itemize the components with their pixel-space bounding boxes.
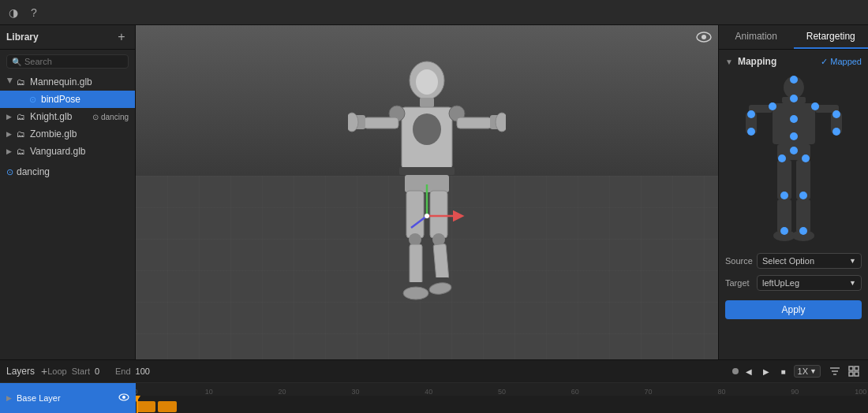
eye-icon xyxy=(118,393,129,401)
robot-figure xyxy=(348,58,506,326)
speed-select[interactable]: 1X ▼ xyxy=(794,365,821,378)
ruler-tick-0: 0 xyxy=(136,388,138,396)
mapped-label: Mapped xyxy=(830,57,862,66)
source-chevron-icon: ▼ xyxy=(849,257,856,265)
library-add-button[interactable]: + xyxy=(114,30,129,44)
svg-rect-4 xyxy=(420,98,434,107)
layers-title: Layers xyxy=(6,366,35,377)
layers-header: Layers + Loop Start 0 End 100 ◀ ▶ ■ 1X ▼ xyxy=(0,360,868,383)
anim-bottom-icon: ⊙ xyxy=(6,167,13,177)
sidebar-item-label: bindPose xyxy=(41,94,129,105)
sidebar-header: Library + xyxy=(0,25,135,50)
ruler-tick-70: 70 xyxy=(645,388,653,396)
svg-point-6 xyxy=(413,113,441,145)
mapping-chevron-icon[interactable]: ▼ xyxy=(725,58,733,66)
file-icon: 🗂 xyxy=(17,147,25,156)
svg-rect-22 xyxy=(433,244,449,279)
panel-tabs: Animation Retargeting xyxy=(719,25,868,50)
mapped-badge: ✓ Mapped xyxy=(821,57,862,67)
svg-point-30 xyxy=(425,214,429,218)
start-label: Start xyxy=(72,366,90,376)
svg-point-52 xyxy=(832,110,840,118)
track-eye-button[interactable] xyxy=(118,393,129,404)
file-icon: 🗂 xyxy=(17,77,25,87)
playhead[interactable] xyxy=(137,396,138,413)
search-input[interactable] xyxy=(24,57,123,66)
tab-animation-label: Animation xyxy=(735,31,777,42)
sidebar-item-bindpose[interactable]: ⊙ bindPose xyxy=(0,91,135,108)
filter-icon xyxy=(829,366,840,376)
animation-block-1[interactable] xyxy=(137,401,155,412)
sidebar-item-vanguard[interactable]: ▶ 🗂 Vanguard.glb xyxy=(0,143,135,160)
expand-arrow: ▶ xyxy=(6,130,14,138)
speed-chevron-icon: ▼ xyxy=(810,367,817,375)
target-field-row: Target leftUpLeg ▼ xyxy=(725,275,862,291)
source-field-row: Source Select Option ▼ xyxy=(725,253,862,269)
svg-point-50 xyxy=(811,102,819,110)
svg-point-54 xyxy=(832,128,840,136)
svg-point-49 xyxy=(769,102,776,110)
svg-rect-21 xyxy=(410,244,422,284)
start-value[interactable]: 0 xyxy=(95,366,110,376)
ruler: 0 10 20 30 40 50 60 70 80 90 100 xyxy=(136,383,868,396)
check-icon: ✓ xyxy=(821,57,828,67)
svg-point-61 xyxy=(790,147,798,154)
anim-tag-label: dancing xyxy=(101,113,129,121)
viewport[interactable] xyxy=(136,25,718,359)
svg-rect-66 xyxy=(855,366,859,370)
timeline-area: ▶ Base Layer 0 10 20 30 40 50 60 70 80 xyxy=(0,383,868,413)
body-diagram xyxy=(725,73,862,247)
svg-point-46 xyxy=(790,95,798,102)
stop-button[interactable]: ■ xyxy=(776,364,791,378)
svg-point-51 xyxy=(747,110,755,118)
ruler-tick-50: 50 xyxy=(498,388,506,396)
svg-rect-67 xyxy=(849,372,853,376)
viewport-eye-button[interactable] xyxy=(696,32,712,43)
bottom-panel: Layers + Loop Start 0 End 100 ◀ ▶ ■ 1X ▼ xyxy=(0,359,868,413)
filter-button[interactable] xyxy=(827,363,843,379)
playback-controls: ◀ ▶ ■ 1X ▼ xyxy=(732,364,821,378)
svg-point-55 xyxy=(778,154,786,162)
apply-button[interactable]: Apply xyxy=(725,300,862,319)
top-bar: ◑ ? xyxy=(0,0,868,25)
settings-icon xyxy=(848,366,859,377)
timeline-ruler-area[interactable]: 0 10 20 30 40 50 60 70 80 90 100 xyxy=(136,383,868,413)
svg-point-3 xyxy=(416,69,438,95)
mapping-title-row: ▼ Mapping xyxy=(725,56,776,67)
target-chevron-icon: ▼ xyxy=(849,279,856,287)
svg-rect-18 xyxy=(430,191,447,238)
target-label: Target xyxy=(725,278,757,288)
mapping-title: Mapping xyxy=(738,56,776,67)
sidebar-item-mannequin[interactable]: ▶ 🗂 Mannequin.glb xyxy=(0,73,135,91)
record-dot xyxy=(732,368,739,374)
help-icon[interactable]: ? xyxy=(27,6,41,20)
search-icon: 🔍 xyxy=(12,58,21,66)
tab-animation[interactable]: Animation xyxy=(719,25,794,49)
source-select[interactable]: Select Option ▼ xyxy=(757,253,862,269)
right-panel: Animation Retargeting ▼ Mapping ✓ Mapped xyxy=(718,25,868,359)
prev-frame-button[interactable]: ◀ xyxy=(742,364,756,378)
ruler-tick-40: 40 xyxy=(425,388,432,396)
file-icon: 🗂 xyxy=(17,112,25,121)
track-expand-arrow[interactable]: ▶ xyxy=(6,394,12,402)
ruler-tick-100: 100 xyxy=(855,388,866,396)
layers-add-button[interactable]: + xyxy=(41,365,47,378)
end-value[interactable]: 100 xyxy=(136,366,152,376)
tab-retargeting[interactable]: Retargeting xyxy=(794,25,869,49)
track-content[interactable] xyxy=(136,396,868,413)
play-button[interactable]: ▶ xyxy=(759,364,773,378)
tab-retargeting-label: Retargeting xyxy=(806,31,855,42)
app-icon[interactable]: ◑ xyxy=(6,6,21,20)
speed-label: 1X xyxy=(798,366,808,376)
mapping-section: ▼ Mapping ✓ Mapped xyxy=(719,50,868,326)
sidebar-item-knight[interactable]: ▶ 🗂 Knight.glb ⊙ dancing xyxy=(0,108,135,125)
playhead-marker xyxy=(136,396,140,402)
svg-point-47 xyxy=(790,115,798,123)
animation-block-2[interactable] xyxy=(158,401,177,412)
svg-point-57 xyxy=(780,192,788,199)
sidebar-item-zombie[interactable]: ▶ 🗂 Zombie.glb xyxy=(0,125,135,143)
settings-button[interactable] xyxy=(846,363,862,379)
ruler-tick-60: 60 xyxy=(571,388,579,396)
target-select[interactable]: leftUpLeg ▼ xyxy=(757,275,862,291)
sidebar-dancing-item[interactable]: ⊙ dancing xyxy=(0,163,135,180)
